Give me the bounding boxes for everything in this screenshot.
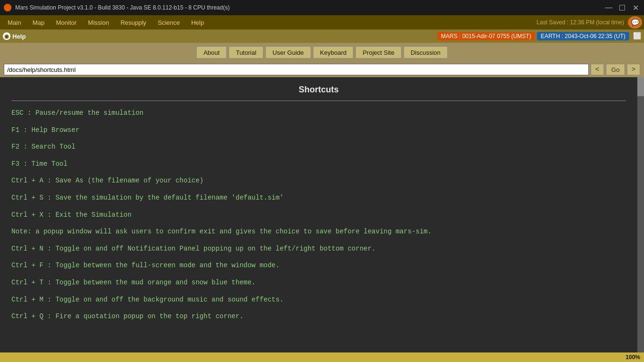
shortcut-item: Ctrl + X : Exit the Simulation xyxy=(11,211,626,220)
time-badges: MARS : 0015-Adir-07 0755 (UMST) EARTH : … xyxy=(437,32,641,40)
window-controls: — ☐ ✕ xyxy=(604,3,640,12)
content-divider xyxy=(11,101,626,101)
menu-help[interactable]: Help xyxy=(185,17,210,28)
menu-main[interactable]: Main xyxy=(2,17,27,28)
nav-buttons: About Tutorial User Guide Keyboard Proje… xyxy=(0,43,644,62)
content-area: Shortcuts ESC : Pause/resume the simulat… xyxy=(0,77,637,352)
help-text: Help xyxy=(12,33,26,40)
project-site-button[interactable]: Project Site xyxy=(355,46,401,59)
shortcuts-list: ESC : Pause/resume the simulationF1 : He… xyxy=(11,109,626,322)
go-button[interactable]: Go xyxy=(606,64,625,75)
tutorial-button[interactable]: Tutorial xyxy=(229,46,263,59)
maximize-button[interactable]: ☐ xyxy=(617,3,627,12)
minimize-button[interactable]: — xyxy=(604,3,614,12)
keyboard-button[interactable]: Keyboard xyxy=(313,46,354,59)
shortcut-item: Note: a popup window will ask users to c… xyxy=(11,227,626,237)
help-label: ◉ Help xyxy=(3,32,26,40)
app-icon xyxy=(4,4,11,11)
shortcut-item: F1 : Help Browser xyxy=(11,126,626,135)
url-bar: < Go > xyxy=(0,62,644,77)
close-button[interactable]: ✕ xyxy=(631,3,640,12)
bottom-bar: 100% xyxy=(0,352,644,362)
menu-right: Last Saved : 12:36 PM (local time) 💬 xyxy=(537,16,642,29)
discussion-button[interactable]: Discussion xyxy=(403,46,448,59)
back-button[interactable]: < xyxy=(591,64,604,75)
shortcut-item: Ctrl + F : Toggle between the full-scree… xyxy=(11,261,626,271)
status-bar: ◉ Help MARS : 0015-Adir-07 0755 (UMST) E… xyxy=(0,30,644,43)
menu-resupply[interactable]: Resupply xyxy=(115,17,152,28)
menu-monitor[interactable]: Monitor xyxy=(50,17,82,28)
title-text: Mars Simulation Project v3.1.0 - Build 3… xyxy=(15,4,604,11)
chat-button[interactable]: 💬 xyxy=(628,16,642,29)
scroll-thumb[interactable] xyxy=(637,77,644,96)
shortcut-item: Ctrl + S : Save the simulation by the de… xyxy=(11,193,626,203)
url-input[interactable] xyxy=(4,64,589,75)
shortcut-item: Ctrl + A : Save As (the filename of your… xyxy=(11,176,626,186)
expand-button[interactable]: ⬜ xyxy=(633,32,641,40)
menu-mission[interactable]: Mission xyxy=(82,17,115,28)
menu-bar: Main Map Monitor Mission Resupply Scienc… xyxy=(0,15,644,30)
about-button[interactable]: About xyxy=(196,46,227,59)
title-bar: Mars Simulation Project v3.1.0 - Build 3… xyxy=(0,0,644,15)
last-saved: Last Saved : 12:36 PM (local time) xyxy=(537,19,624,26)
help-icon: ◉ xyxy=(3,32,10,40)
zoom-level: 100% xyxy=(625,354,640,361)
earth-time: EARTH : 2043-Oct-06 22:35 (UT) xyxy=(537,32,629,40)
forward-button[interactable]: > xyxy=(627,64,640,75)
content-wrapper: Shortcuts ESC : Pause/resume the simulat… xyxy=(0,77,644,352)
menu-map[interactable]: Map xyxy=(27,17,50,28)
menu-science[interactable]: Science xyxy=(152,17,185,28)
shortcut-item: ESC : Pause/resume the simulation xyxy=(11,109,626,118)
shortcut-item: Ctrl + M : Toggle on and off the backgro… xyxy=(11,295,626,305)
shortcut-item: Ctrl + T : Toggle between the mud orange… xyxy=(11,278,626,288)
shortcut-item: F3 : Time Tool xyxy=(11,160,626,169)
shortcut-item: Ctrl + Q : Fire a quotation popup on the… xyxy=(11,312,626,322)
shortcut-item: Ctrl + N : Toggle on and off Notificatio… xyxy=(11,244,626,254)
mars-time: MARS : 0015-Adir-07 0755 (UMST) xyxy=(437,32,535,40)
content-title: Shortcuts xyxy=(11,85,626,95)
shortcut-item: F2 : Search Tool xyxy=(11,142,626,152)
scrollbar[interactable] xyxy=(637,77,644,352)
user-guide-button[interactable]: User Guide xyxy=(265,46,311,59)
